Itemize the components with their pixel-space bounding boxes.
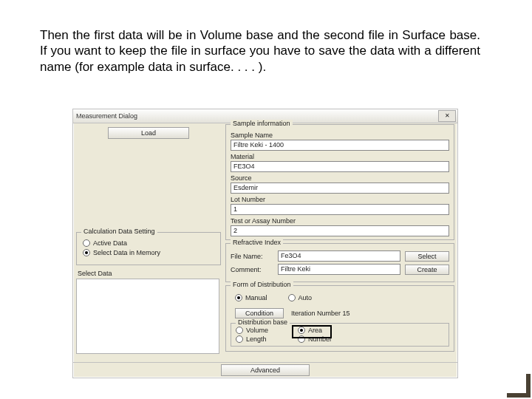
material-label: Material bbox=[231, 153, 449, 160]
radio-label: Select Data in Memory bbox=[93, 249, 160, 256]
radio-icon bbox=[83, 239, 90, 247]
dialog-bottom-bar: Advanced bbox=[73, 362, 457, 378]
condition-button[interactable]: Condition bbox=[235, 308, 284, 318]
sample-name-field[interactable]: Filtre Keki - 1400 bbox=[231, 140, 449, 151]
form-of-distribution-group: Form of Distribution Manual Auto Conditi… bbox=[225, 285, 454, 352]
lot-number-label: Lot Number bbox=[231, 196, 449, 203]
assay-number-label: Test or Assay Number bbox=[231, 217, 449, 225]
sample-information-legend: Sample information bbox=[231, 120, 293, 127]
radio-label: Length bbox=[246, 335, 267, 343]
sample-name-label: Sample Name bbox=[231, 132, 449, 139]
comment-field[interactable]: Filtre Keki bbox=[278, 264, 400, 275]
radio-area[interactable]: Area bbox=[298, 327, 322, 334]
radio-manual[interactable]: Manual bbox=[235, 294, 267, 301]
radio-icon bbox=[236, 327, 243, 334]
radio-label: Area bbox=[308, 327, 322, 334]
distribution-base-legend: Distribution base bbox=[236, 318, 290, 326]
sample-information-group: Sample information Sample Name Filtre Ke… bbox=[225, 124, 454, 240]
select-data-label: Select Data bbox=[78, 270, 221, 277]
file-name-field[interactable]: Fe3O4 bbox=[278, 250, 400, 262]
assay-number-field[interactable]: 2 bbox=[231, 225, 449, 236]
radio-select-data-memory[interactable]: Select Data in Memory bbox=[83, 249, 216, 256]
radio-icon bbox=[235, 294, 242, 301]
radio-label: Number bbox=[308, 335, 332, 343]
radio-length[interactable]: Length bbox=[236, 335, 293, 343]
radio-active-data[interactable]: Active Data bbox=[83, 239, 216, 247]
iteration-number-label: Iteration Number 15 bbox=[291, 310, 350, 317]
refractive-index-group: Refractive Index File Name: Fe3O4 Select… bbox=[225, 243, 454, 282]
radio-icon bbox=[288, 294, 296, 301]
select-button[interactable]: Select bbox=[405, 251, 449, 262]
select-data-listbox[interactable] bbox=[76, 279, 219, 354]
radio-label: Manual bbox=[245, 294, 267, 301]
radio-icon bbox=[298, 335, 305, 343]
distribution-base-group: Distribution base Volume Area bbox=[231, 323, 449, 347]
create-button[interactable]: Create bbox=[405, 265, 449, 275]
comment-label: Comment: bbox=[231, 266, 273, 273]
calc-data-setting-group: Calculation Data Setting Active Data Sel… bbox=[76, 232, 221, 265]
radio-label: Auto bbox=[299, 294, 313, 301]
radio-icon bbox=[236, 335, 243, 343]
material-field[interactable]: FE3O4 bbox=[231, 161, 449, 172]
instruction-text: Then the first data will be in Volume ba… bbox=[40, 27, 480, 75]
radio-auto[interactable]: Auto bbox=[288, 294, 313, 301]
measurement-dialog-window: Measurement Dialog ✕ Load Calculation Da… bbox=[72, 109, 458, 378]
file-name-label: File Name: bbox=[231, 253, 273, 260]
radio-number[interactable]: Number bbox=[298, 335, 332, 343]
slide-corner-decoration bbox=[507, 374, 531, 398]
calc-data-setting-legend: Calculation Data Setting bbox=[81, 228, 157, 235]
radio-volume[interactable]: Volume bbox=[236, 327, 293, 334]
advanced-button[interactable]: Advanced bbox=[221, 364, 310, 376]
dialog-title: Measurement Dialog bbox=[76, 112, 137, 120]
radio-icon bbox=[83, 249, 90, 256]
close-icon[interactable]: ✕ bbox=[438, 110, 456, 122]
lot-number-field[interactable]: 1 bbox=[231, 204, 449, 215]
radio-label: Volume bbox=[246, 327, 268, 334]
source-label: Source bbox=[231, 174, 449, 182]
form-of-distribution-legend: Form of Distribution bbox=[231, 281, 293, 288]
load-button[interactable]: Load bbox=[108, 127, 189, 139]
radio-icon bbox=[298, 327, 305, 334]
radio-label: Active Data bbox=[93, 239, 127, 247]
source-field[interactable]: Esdemir bbox=[231, 183, 449, 194]
refractive-index-legend: Refractive Index bbox=[231, 239, 283, 246]
